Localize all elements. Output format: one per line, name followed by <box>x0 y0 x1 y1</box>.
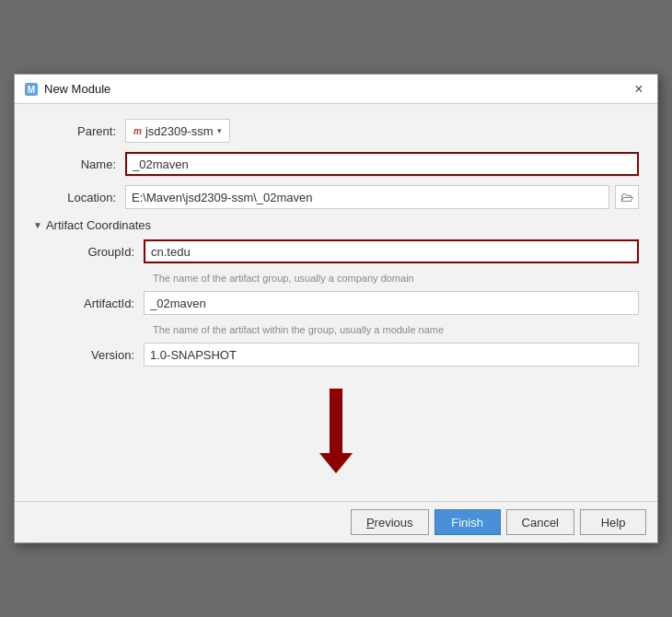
chevron-down-icon: ▾ <box>217 126 222 135</box>
name-row: Name: <box>33 152 639 176</box>
title-bar-left: M New Module <box>24 82 110 97</box>
groupid-row: GroupId: <box>52 239 639 263</box>
location-input[interactable] <box>125 185 609 209</box>
close-button[interactable]: × <box>630 80 648 99</box>
dialog-footer: Previous Finish Cancel Help <box>15 501 657 542</box>
artifactid-input[interactable] <box>144 291 639 315</box>
browse-folder-button[interactable]: 🗁 <box>615 185 639 209</box>
name-label: Name: <box>33 157 125 171</box>
parent-label: Parent: <box>33 124 125 138</box>
parent-value: jsd2309-ssm <box>145 124 214 138</box>
finish-button[interactable]: Finish <box>434 509 501 535</box>
groupid-hint: The name of the artifact group, usually … <box>153 273 639 284</box>
location-label: Location: <box>33 191 125 204</box>
artifactid-row: ArtifactId: <box>52 291 639 315</box>
artifactid-label: ArtifactId: <box>52 297 144 310</box>
dialog-title: New Module <box>44 82 110 96</box>
module-icon: M <box>24 82 39 97</box>
artifact-section-title: Artifact Coordinates <box>46 218 151 232</box>
svg-text:M: M <box>28 85 35 95</box>
location-row: Location: 🗁 <box>33 185 639 209</box>
artifact-section-content: GroupId: The name of the artifact group,… <box>33 239 639 367</box>
title-bar: M New Module × <box>15 75 657 104</box>
collapse-icon: ▼ <box>33 220 42 230</box>
dialog-content: Parent: m jsd2309-ssm ▾ Name: Location: <box>15 104 657 501</box>
artifactid-control <box>144 291 639 315</box>
version-control <box>144 343 639 367</box>
new-module-dialog: M New Module × Parent: m jsd2309-ssm ▾ N… <box>14 74 658 543</box>
name-control <box>125 152 639 176</box>
parent-control: m jsd2309-ssm ▾ <box>125 119 639 143</box>
previous-button[interactable]: Previous <box>351 509 429 535</box>
folder-icon: 🗁 <box>620 190 633 204</box>
artifactid-hint: The name of the artifact within the grou… <box>153 324 639 335</box>
arrow-container <box>33 376 639 486</box>
parent-row: Parent: m jsd2309-ssm ▾ <box>33 119 639 143</box>
groupid-control <box>144 239 639 263</box>
version-label: Version: <box>52 348 144 362</box>
parent-dropdown[interactable]: m jsd2309-ssm ▾ <box>125 119 230 143</box>
arrow-head <box>319 453 353 473</box>
version-row: Version: <box>52 343 639 367</box>
down-arrow-indicator <box>319 389 353 473</box>
arrow-shaft <box>330 389 342 453</box>
cancel-button[interactable]: Cancel <box>506 509 574 535</box>
location-control: 🗁 <box>125 185 639 209</box>
help-button[interactable]: Help <box>580 509 646 535</box>
maven-icon: m <box>133 126 142 136</box>
artifact-section-header[interactable]: ▼ Artifact Coordinates <box>33 218 639 232</box>
version-input[interactable] <box>144 343 639 367</box>
name-input[interactable] <box>125 152 639 176</box>
groupid-input[interactable] <box>144 239 639 263</box>
groupid-label: GroupId: <box>52 245 144 259</box>
